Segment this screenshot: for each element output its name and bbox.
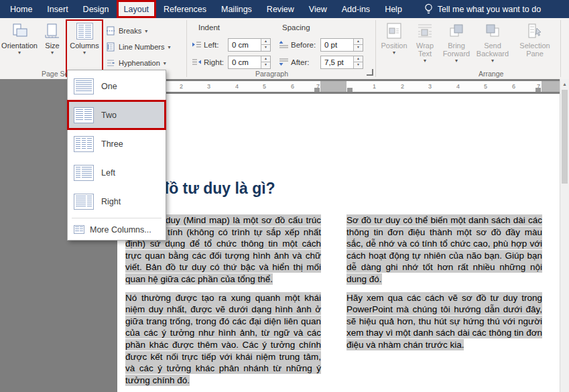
- chevron-down-icon: ▾: [51, 50, 54, 56]
- menu-item-label: More Columns...: [90, 225, 151, 235]
- tab-mailings[interactable]: Mailings: [214, 0, 259, 18]
- position-button[interactable]: Position ▾: [379, 21, 409, 73]
- selection-pane-icon: [526, 22, 544, 40]
- line-numbers-icon: [106, 42, 115, 52]
- word-window: Home Insert Design Layout References Mai…: [0, 0, 569, 392]
- indent-left-value: 0 cm: [229, 39, 261, 51]
- hyphenation-button[interactable]: Hyphenation ▾: [106, 55, 185, 71]
- columns-menu-item-three[interactable]: Three: [68, 129, 166, 158]
- bring-forward-button[interactable]: Bring Forward ▾: [441, 21, 472, 73]
- right-text-column: Sơ đồ tư duy có thể biến một danh sách d…: [346, 214, 542, 351]
- columns-menu-item-one[interactable]: One: [68, 72, 166, 101]
- chevron-down-icon: ▾: [168, 45, 170, 50]
- orientation-label: Orientation: [1, 42, 38, 50]
- vertical-scrollbar[interactable]: ▲: [560, 79, 569, 392]
- spin-down-icon[interactable]: ▼: [261, 62, 270, 68]
- spin-down-icon[interactable]: ▼: [261, 44, 270, 51]
- indent-right-label: Right:: [204, 58, 226, 66]
- tell-me-label: Tell me what you want to do: [438, 5, 541, 14]
- indent-left-icon: [192, 41, 201, 48]
- spin-up-icon[interactable]: ▲: [354, 39, 363, 45]
- columns-menu-item-left[interactable]: Left: [68, 158, 166, 187]
- arrange-group-label: Arrange: [479, 70, 503, 78]
- page-setup-small-buttons: Breaks ▾ Line Numbers ▾: [106, 23, 185, 71]
- scroll-up-icon[interactable]: ▲: [560, 79, 569, 89]
- tab-references[interactable]: References: [156, 0, 214, 18]
- tab-layout[interactable]: Layout: [117, 0, 157, 18]
- spacing-before-label: Before:: [291, 41, 318, 49]
- spin-up-icon[interactable]: ▲: [261, 56, 270, 62]
- size-label: Size: [45, 42, 59, 50]
- spinner: ▲ ▼: [353, 39, 363, 51]
- breaks-button[interactable]: Breaks ▾: [106, 23, 185, 39]
- scrollbar-thumb[interactable]: [562, 90, 568, 184]
- columns-button[interactable]: Columns ▾: [66, 19, 103, 77]
- orientation-icon: [11, 22, 28, 40]
- spin-up-icon[interactable]: ▲: [354, 56, 363, 62]
- spinner: ▲ ▼: [261, 56, 270, 68]
- bring-forward-icon: [448, 22, 465, 40]
- ruler-number: 3: [207, 83, 210, 90]
- bring-forward-label: Bring Forward: [441, 42, 472, 58]
- ruler-number: 1: [373, 83, 376, 90]
- send-backward-label: Send Backward: [473, 42, 512, 58]
- two-columns-icon: [74, 107, 94, 123]
- spacing-before-input[interactable]: 0 pt ▲ ▼: [320, 38, 363, 52]
- ruler-number: 6: [512, 83, 515, 90]
- ruler-number: 5: [263, 83, 266, 90]
- tab-help[interactable]: Help: [377, 0, 409, 18]
- spin-up-icon[interactable]: ▲: [261, 39, 270, 45]
- send-backward-button[interactable]: Send Backward ▾: [473, 21, 512, 73]
- indent-right-input[interactable]: 0 cm ▲ ▼: [228, 56, 271, 69]
- more-columns-icon: [74, 225, 84, 234]
- ribbon-tab-bar: Home Insert Design Layout References Mai…: [0, 0, 569, 18]
- columns-menu-item-right[interactable]: Right: [68, 187, 166, 216]
- spinner: ▲ ▼: [353, 56, 363, 68]
- indent-left-label: Left:: [204, 41, 226, 49]
- indent-marker[interactable]: [314, 88, 320, 92]
- spin-down-icon[interactable]: ▼: [354, 62, 363, 68]
- position-label: Position: [381, 42, 407, 50]
- tell-me-box[interactable]: Tell me what you want to do: [424, 0, 541, 18]
- tab-design[interactable]: Design: [76, 0, 117, 18]
- document-page[interactable]: Sơ đồ tư duy là gì? Sơ đồ tư duy (Mind m…: [117, 94, 560, 392]
- spacing-before-value: 0 pt: [321, 39, 353, 51]
- spacing-after-icon: [279, 58, 288, 66]
- column-gap-zone: [320, 81, 346, 92]
- spinner: ▲ ▼: [261, 39, 270, 51]
- one-column-icon: [74, 78, 94, 94]
- selection-pane-button[interactable]: Selection Pane: [513, 21, 556, 73]
- group-separator: [560, 20, 561, 77]
- lightbulb-icon: [424, 3, 433, 15]
- tab-review[interactable]: Review: [259, 0, 302, 18]
- paragraph-dialog-launcher-icon[interactable]: [367, 69, 373, 76]
- tab-insert[interactable]: Insert: [40, 0, 75, 18]
- columns-label: Columns: [70, 42, 99, 50]
- spin-down-icon[interactable]: ▼: [354, 44, 363, 51]
- left-narrow-column-icon: [74, 165, 94, 181]
- right-indent-marker[interactable]: [535, 88, 541, 92]
- spacing-after-label: After:: [291, 58, 318, 66]
- menu-item-label: Left: [101, 168, 115, 178]
- spacing-after-input[interactable]: 7,5 pt ▲ ▼: [320, 56, 363, 69]
- more-columns-item[interactable]: More Columns...: [68, 220, 166, 239]
- wrap-text-label: Wrap Text: [410, 42, 440, 58]
- size-icon: [44, 22, 61, 40]
- line-numbers-button[interactable]: Line Numbers ▾: [106, 39, 185, 55]
- size-button[interactable]: Size ▾: [39, 21, 66, 73]
- menu-item-label: Three: [101, 139, 123, 149]
- chevron-down-icon: ▾: [393, 50, 395, 56]
- menu-item-label: Right: [101, 197, 121, 206]
- indent-marker[interactable]: [347, 88, 353, 92]
- tab-add-ins[interactable]: Add-ins: [334, 0, 377, 18]
- chevron-down-icon: ▾: [164, 61, 166, 66]
- wrap-text-button[interactable]: Wrap Text ▾: [410, 21, 440, 73]
- columns-menu-item-two[interactable]: Two: [68, 101, 166, 129]
- chevron-down-icon: ▾: [455, 58, 458, 64]
- chevron-down-icon: ▾: [83, 50, 86, 56]
- orientation-button[interactable]: Orientation ▾: [1, 21, 38, 73]
- indent-left-input[interactable]: 0 cm ▲ ▼: [228, 38, 271, 52]
- tab-home[interactable]: Home: [3, 0, 40, 18]
- menu-item-label: One: [101, 82, 117, 91]
- tab-view[interactable]: View: [302, 0, 334, 18]
